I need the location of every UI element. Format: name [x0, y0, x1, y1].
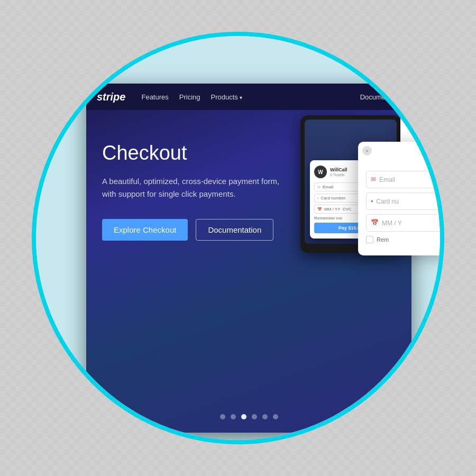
panel-remember-row: Rem	[366, 236, 440, 243]
carousel-dots	[220, 414, 278, 419]
circle-inner: stripe Features Pricing Products Documen…	[36, 36, 440, 440]
panel-date-placeholder: MM / Y	[382, 219, 402, 227]
tablet-email-icon: ✉	[317, 185, 321, 189]
nav-bar: stripe Features Pricing Products Documen…	[86, 84, 411, 110]
tablet-remember-label: Remember me	[314, 216, 342, 221]
dot-4[interactable]	[252, 414, 257, 419]
tablet-avatar: W	[314, 166, 327, 178]
nav-pricing[interactable]: Pricing	[179, 93, 200, 101]
far-panel-title: P	[408, 129, 440, 137]
panel-title: P	[366, 157, 440, 163]
panel-email-icon: ✉	[371, 176, 376, 184]
dot-5[interactable]	[262, 414, 268, 419]
panel-remember-label: Rem	[377, 236, 389, 243]
circle-container: stripe Features Pricing Products Documen…	[32, 32, 444, 444]
explore-checkout-button[interactable]: Explore Checkout	[102, 219, 188, 241]
dot-2[interactable]	[231, 414, 236, 419]
panel-email-field[interactable]: ✉ Email	[366, 171, 440, 188]
stripe-logo: stripe	[97, 91, 125, 103]
panel-date-field[interactable]: 📅 MM / Y	[366, 214, 440, 232]
nav-products[interactable]: Products	[211, 93, 242, 101]
panel-remember-checkbox[interactable]	[366, 236, 373, 243]
tablet-date-label: MM / YY	[324, 207, 341, 212]
dot-1[interactable]	[220, 414, 225, 419]
checkout-description: A beautiful, optimized, cross-device pay…	[102, 175, 282, 200]
tablet-card-label: Card number	[321, 196, 345, 200]
dot-3-active[interactable]	[241, 414, 246, 419]
panel-card-icon: ▪	[371, 197, 373, 205]
checkout-panel-overlay: × P ✉ Email ▪ Card nu 📅 MM / Y Rem	[358, 142, 440, 255]
nav-features[interactable]: Features	[141, 93, 168, 101]
panel-cal-icon: 📅	[371, 219, 379, 227]
nav-docs[interactable]: Documenta...	[360, 93, 401, 101]
panel-card-field[interactable]: ▪ Card nu	[366, 193, 440, 210]
stripe-website: stripe Features Pricing Products Documen…	[86, 84, 411, 433]
tablet-cal-icon: 📅	[317, 207, 322, 212]
panel-email-placeholder: Email	[379, 176, 395, 184]
tablet-card-icon: ▪	[317, 196, 318, 200]
tablet-email-label: Email	[323, 185, 333, 189]
documentation-button[interactable]: Documentation	[196, 219, 273, 241]
nav-links: Features Pricing Products	[141, 93, 242, 101]
tablet-cvc-label: CVC	[343, 207, 352, 212]
tablet-user-sub: 0 Tickets	[330, 173, 347, 177]
panel-close-button[interactable]: ×	[362, 146, 372, 155]
dot-6[interactable]	[273, 414, 278, 419]
panel-card-placeholder: Card nu	[376, 198, 399, 205]
tablet-user-name: WillCall	[330, 167, 347, 173]
